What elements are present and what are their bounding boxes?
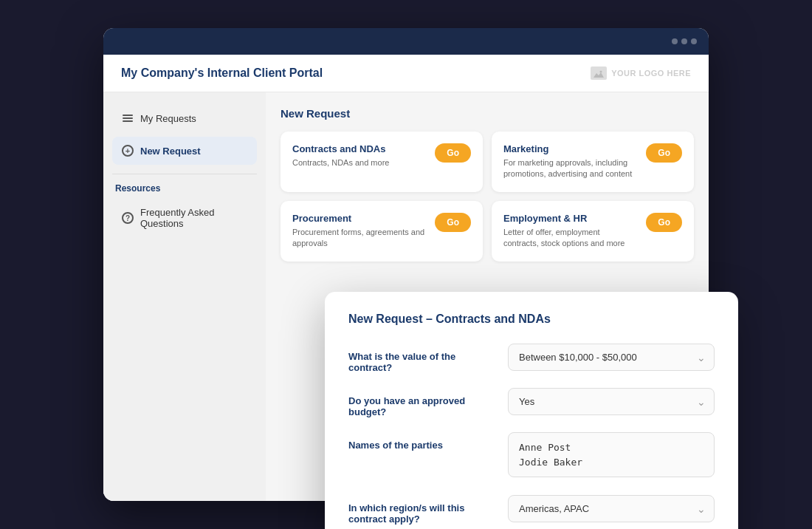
browser-dot-2 bbox=[681, 38, 687, 44]
form-label-contract-value: What is the value of the contract? bbox=[348, 344, 496, 373]
select-approved-budget[interactable]: Yes No bbox=[508, 388, 715, 415]
question-icon: ? bbox=[121, 211, 134, 225]
sidebar-item-label-faq: Frequently Asked Questions bbox=[140, 207, 248, 229]
portal-header: My Company's Internal Client Portal YOUR… bbox=[103, 55, 709, 92]
go-button-marketing[interactable]: Go bbox=[646, 143, 682, 163]
form-row-contract-value: What is the value of the contract? Under… bbox=[348, 344, 715, 373]
sidebar-divider bbox=[112, 174, 257, 174]
portal-title: My Company's Internal Client Portal bbox=[121, 66, 323, 80]
go-button-employment[interactable]: Go bbox=[646, 213, 682, 232]
select-region[interactable]: Americas, APAC EMEA Global bbox=[508, 495, 715, 522]
browser-dot-3 bbox=[691, 38, 697, 44]
logo-icon bbox=[591, 66, 607, 80]
card-desc-contracts: Contracts, NDAs and more bbox=[292, 157, 426, 168]
card-info-procurement: Procurement Procurement forms, agreement… bbox=[292, 213, 426, 250]
resources-section-title: Resources bbox=[112, 183, 257, 194]
browser-dot-1 bbox=[672, 38, 678, 44]
select-wrapper-contract-value: Under $10,000 Between $10,000 - $50,000 … bbox=[508, 344, 715, 371]
card-desc-procurement: Procurement forms, agreements and approv… bbox=[292, 227, 426, 250]
browser-window: My Company's Internal Client Portal YOUR… bbox=[103, 28, 709, 501]
select-wrapper-region: Americas, APAC EMEA Global ⌄ bbox=[508, 495, 715, 522]
sidebar-item-my-requests[interactable]: My Requests bbox=[112, 104, 257, 132]
card-info-marketing: Marketing For marketing approvals, inclu… bbox=[503, 143, 637, 180]
plus-circle-icon: + bbox=[121, 144, 134, 157]
form-field-party-names: Anne Post Jodie Baker bbox=[508, 432, 715, 480]
logo-placeholder: YOUR LOGO HERE bbox=[591, 66, 691, 80]
form-title: New Request – Contracts and NDAs bbox=[348, 313, 715, 326]
textarea-party-names[interactable]: Anne Post Jodie Baker bbox=[508, 432, 715, 477]
card-info-employment: Employment & HR Letter of offer, employm… bbox=[503, 213, 637, 250]
form-field-region: Americas, APAC EMEA Global ⌄ bbox=[508, 495, 715, 522]
browser-dots bbox=[672, 38, 697, 44]
card-title-marketing: Marketing bbox=[503, 143, 637, 154]
card-title-contracts: Contracts and NDAs bbox=[292, 143, 426, 154]
form-label-approved-budget: Do you have an approved budget? bbox=[348, 388, 496, 417]
sidebar-item-label-my-requests: My Requests bbox=[140, 113, 196, 124]
form-label-region: In which region/s will this contract app… bbox=[348, 495, 496, 525]
go-button-contracts[interactable]: Go bbox=[435, 143, 471, 163]
form-row-region: In which region/s will this contract app… bbox=[348, 495, 715, 525]
form-row-party-names: Names of the parties Anne Post Jodie Bak… bbox=[348, 432, 715, 480]
sidebar-item-faq[interactable]: ? Frequently Asked Questions bbox=[112, 199, 257, 236]
select-contract-value[interactable]: Under $10,000 Between $10,000 - $50,000 … bbox=[508, 344, 715, 371]
logo-text: YOUR LOGO HERE bbox=[611, 69, 691, 78]
form-field-approved-budget: Yes No ⌄ bbox=[508, 388, 715, 415]
cards-grid: Contracts and NDAs Contracts, NDAs and m… bbox=[281, 132, 694, 262]
card-title-employment: Employment & HR bbox=[503, 213, 637, 224]
card-desc-employment: Letter of offer, employment contracts, s… bbox=[503, 227, 637, 250]
select-wrapper-budget: Yes No ⌄ bbox=[508, 388, 715, 415]
form-overlay: New Request – Contracts and NDAs What is… bbox=[325, 292, 738, 529]
form-label-party-names: Names of the parties bbox=[348, 432, 496, 451]
card-marketing: Marketing For marketing approvals, inclu… bbox=[492, 132, 694, 192]
section-title: New Request bbox=[281, 107, 694, 120]
go-button-procurement[interactable]: Go bbox=[435, 213, 471, 232]
card-employment-hr: Employment & HR Letter of offer, employm… bbox=[492, 201, 694, 262]
card-procurement: Procurement Procurement forms, agreement… bbox=[281, 201, 483, 262]
form-field-contract-value: Under $10,000 Between $10,000 - $50,000 … bbox=[508, 344, 715, 371]
svg-point-2 bbox=[600, 70, 602, 72]
card-contracts-ndas: Contracts and NDAs Contracts, NDAs and m… bbox=[281, 132, 483, 192]
form-row-approved-budget: Do you have an approved budget? Yes No ⌄ bbox=[348, 388, 715, 417]
card-title-procurement: Procurement bbox=[292, 213, 426, 224]
sidebar-item-label-new-request: New Request bbox=[140, 146, 201, 157]
browser-titlebar bbox=[103, 28, 709, 55]
list-icon bbox=[121, 112, 134, 125]
sidebar: My Requests + New Request Resources ? bbox=[103, 92, 266, 501]
card-info-contracts: Contracts and NDAs Contracts, NDAs and m… bbox=[292, 143, 426, 168]
sidebar-item-new-request[interactable]: + New Request bbox=[112, 137, 257, 165]
card-desc-marketing: For marketing approvals, including promo… bbox=[503, 157, 637, 180]
